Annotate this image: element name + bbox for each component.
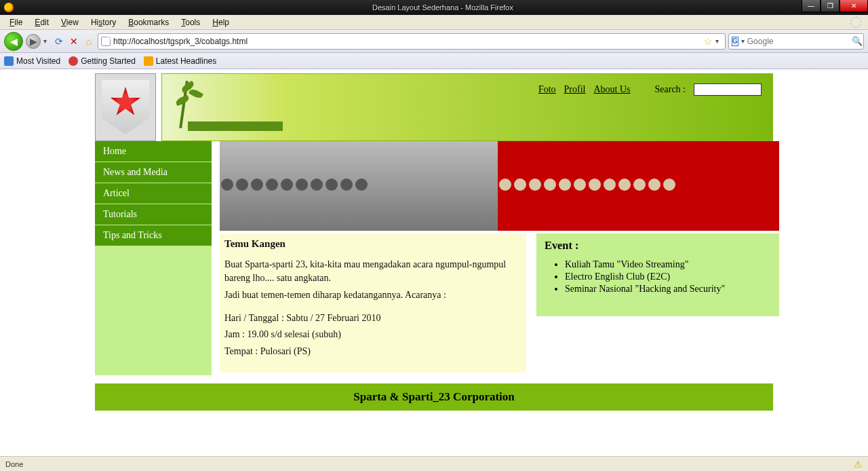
google-engine-icon[interactable]: G	[732, 37, 738, 46]
article-time: Jam : 19.00 s/d selesai (subuh)	[224, 328, 519, 341]
getting-started-icon	[68, 56, 78, 66]
link-profil[interactable]: Profil	[564, 84, 586, 95]
page-container: Foto Profil About Us Search : Home News …	[95, 73, 773, 411]
forward-button[interactable]: ▶	[26, 34, 41, 49]
nav-news[interactable]: News and Media	[95, 162, 212, 183]
main-article: Temu Kangen Buat Sparta-sparti 23, kita-…	[220, 233, 526, 373]
bookmark-label: Getting Started	[81, 56, 136, 66]
maximize-button[interactable]: ❐	[821, 0, 840, 12]
branch-graphic-icon	[169, 78, 277, 138]
photo-strip	[220, 141, 779, 231]
events-box: Event : Kuliah Tamu "Video Streaming" El…	[536, 233, 779, 316]
bookmark-label: Most Visited	[16, 56, 60, 66]
article-place: Tempat : Pulosari (PS)	[224, 345, 519, 358]
search-input[interactable]	[747, 37, 849, 46]
page-favicon-icon	[101, 37, 111, 46]
header-banner: Foto Profil About Us Search :	[161, 73, 773, 141]
bookmark-latest-headlines[interactable]: Latest Headlines	[144, 56, 216, 66]
menu-history[interactable]: History	[85, 16, 121, 29]
bookmark-getting-started[interactable]: Getting Started	[68, 56, 136, 66]
menu-bar: File Edit View History Bookmarks Tools H…	[0, 15, 868, 30]
url-bar[interactable]: ☆ ▾	[98, 33, 726, 50]
engine-dropdown-icon[interactable]: ▾	[741, 37, 745, 45]
history-dropdown-icon[interactable]: ▾	[43, 37, 50, 45]
group-photo-red	[498, 141, 779, 231]
url-input[interactable]	[113, 37, 701, 46]
menu-bookmarks[interactable]: Bookmarks	[123, 16, 174, 29]
home-button[interactable]: ⌂	[83, 35, 95, 48]
event-item: Seminar Nasional "Hacking and Security"	[565, 284, 771, 295]
navigation-toolbar: ◀ ▶ ▾ ⟳ ✕ ⌂ ☆ ▾ G ▾ 🔍	[0, 30, 868, 53]
reload-button[interactable]: ⟳	[53, 35, 65, 48]
most-visited-icon	[4, 56, 14, 66]
sidebar-spacer	[95, 246, 212, 375]
search-box[interactable]: G ▾ 🔍	[728, 33, 864, 50]
nav-home[interactable]: Home	[95, 141, 212, 162]
minimize-button[interactable]: —	[802, 0, 821, 12]
firefox-icon	[4, 3, 14, 12]
menu-file[interactable]: File	[4, 16, 28, 29]
window-titlebar: Desain Layout Sederhana - Mozilla Firefo…	[0, 0, 868, 15]
article-date: Hari / Tanggal : Sabtu / 27 Februari 201…	[224, 312, 519, 325]
window-title: Desain Layout Sederhana - Mozilla Firefo…	[18, 3, 868, 12]
article-p2: Jadi buat temen-temen diharap kedatangan…	[224, 288, 519, 302]
article-title: Temu Kangen	[224, 238, 519, 250]
menu-help[interactable]: Help	[207, 16, 235, 29]
activity-throbber-icon	[850, 17, 861, 28]
site-search-input[interactable]	[694, 83, 762, 96]
nav-tutorials[interactable]: Tutorials	[95, 204, 212, 225]
link-foto[interactable]: Foto	[538, 84, 556, 95]
rss-icon	[144, 56, 153, 66]
nav-tips[interactable]: Tips and Tricks	[95, 225, 212, 246]
close-button[interactable]: ✕	[840, 0, 868, 12]
shield-icon	[102, 80, 149, 134]
nav-articel[interactable]: Articel	[95, 183, 212, 204]
sidebar-nav: Home News and Media Articel Tutorials Ti…	[95, 141, 212, 375]
site-search-label: Search :	[655, 84, 686, 95]
browser-viewport: Foto Profil About Us Search : Home News …	[0, 69, 868, 411]
event-item: Kuliah Tamu "Video Streaming"	[565, 259, 771, 270]
page-footer: Sparta & Sparti_23 Corporation	[95, 383, 773, 411]
url-history-dropdown-icon[interactable]: ▾	[715, 37, 722, 45]
events-title: Event :	[545, 239, 771, 252]
menu-tools[interactable]: Tools	[176, 16, 205, 29]
event-item: Electro English Club (E2C)	[565, 271, 771, 282]
bookmark-star-icon[interactable]: ☆	[704, 36, 713, 47]
footer-text: Sparta & Sparti_23 Corporation	[353, 390, 515, 404]
menu-view[interactable]: View	[56, 16, 84, 29]
link-about[interactable]: About Us	[593, 84, 630, 95]
menu-edit[interactable]: Edit	[29, 16, 54, 29]
back-button[interactable]: ◀	[4, 32, 23, 51]
bookmark-most-visited[interactable]: Most Visited	[4, 56, 60, 66]
bookmark-label: Latest Headlines	[156, 56, 216, 66]
article-p1: Buat Sparta-sparti 23, kita-kita mau men…	[224, 258, 519, 286]
site-logo	[95, 73, 156, 141]
stop-button[interactable]: ✕	[68, 35, 80, 48]
search-go-icon[interactable]: 🔍	[852, 36, 863, 46]
group-photo-bw	[220, 141, 498, 231]
bookmarks-toolbar: Most Visited Getting Started Latest Head…	[0, 53, 868, 69]
